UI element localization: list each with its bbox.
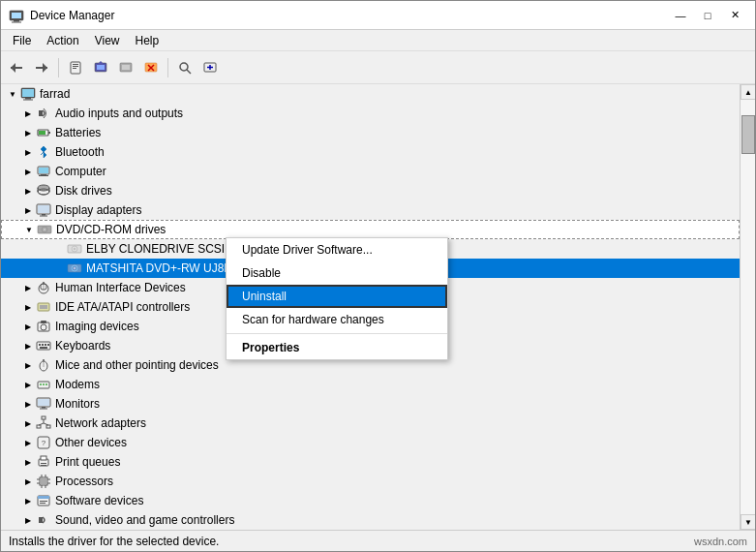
minimize-button[interactable]: — xyxy=(668,6,693,25)
tree-item-display[interactable]: ▶ Display adapters xyxy=(1,200,740,220)
uninstall-button[interactable] xyxy=(139,56,163,79)
processor-icon xyxy=(36,474,51,489)
forward-icon xyxy=(35,61,48,75)
svg-text:?: ? xyxy=(42,439,46,447)
network-icon xyxy=(36,415,51,431)
expand-other[interactable]: ▶ xyxy=(20,435,36,450)
context-menu-properties[interactable]: Properties xyxy=(227,336,447,359)
update-driver-button[interactable] xyxy=(89,56,112,79)
tree-item-other[interactable]: ▶ ? Other devices xyxy=(1,433,740,452)
svg-rect-107 xyxy=(39,517,43,523)
svg-rect-3 xyxy=(12,21,21,22)
expand-computer[interactable]: ▶ xyxy=(20,164,36,179)
svg-rect-91 xyxy=(41,463,46,464)
expand-print[interactable]: ▶ xyxy=(20,454,36,470)
expand-processors[interactable]: ▶ xyxy=(20,474,36,489)
close-button[interactable]: ✕ xyxy=(722,6,747,25)
tree-scrollbar[interactable]: ▲ ▼ xyxy=(740,84,755,530)
properties-button[interactable] xyxy=(64,56,87,79)
menu-action[interactable]: Action xyxy=(39,32,86,49)
tree-item-sound[interactable]: ▶ Sound, video and game controllers xyxy=(1,510,740,530)
svg-rect-29 xyxy=(39,110,43,116)
svg-rect-13 xyxy=(97,65,105,70)
expand-audio[interactable]: ▶ xyxy=(20,106,36,121)
expand-mice[interactable]: ▶ xyxy=(20,357,36,373)
window-title: Device Manager xyxy=(30,9,114,22)
svg-rect-28 xyxy=(23,100,33,101)
expand-keyboards[interactable]: ▶ xyxy=(20,338,36,353)
svg-rect-83 xyxy=(46,425,50,428)
svg-rect-60 xyxy=(40,305,47,309)
svg-point-74 xyxy=(40,383,42,385)
menu-file[interactable]: File xyxy=(5,32,39,49)
title-controls: — □ ✕ xyxy=(668,6,747,25)
expand-disk[interactable]: ▶ xyxy=(20,183,36,199)
scroll-down-arrow[interactable]: ▼ xyxy=(741,514,755,530)
expand-imaging[interactable]: ▶ xyxy=(20,319,36,334)
tree-item-monitors[interactable]: ▶ Monitors xyxy=(1,394,740,414)
root-label: farrad xyxy=(40,87,70,101)
expand-sound[interactable]: ▶ xyxy=(20,512,36,528)
svg-rect-32 xyxy=(39,131,45,135)
expand-root[interactable]: ▼ xyxy=(5,86,20,102)
scroll-thumb[interactable] xyxy=(741,115,755,154)
svg-rect-79 xyxy=(42,407,45,409)
expand-software[interactable]: ▶ xyxy=(20,493,36,508)
forward-button[interactable] xyxy=(30,56,53,79)
context-menu-uninstall[interactable]: Uninstall xyxy=(227,285,447,308)
scroll-up-arrow[interactable]: ▲ xyxy=(741,84,755,100)
tree-item-batteries[interactable]: ▶ Batteries xyxy=(1,123,740,142)
context-menu-disable[interactable]: Disable xyxy=(227,261,447,285)
imaging-icon xyxy=(36,319,51,334)
ide-icon xyxy=(36,299,51,315)
svg-point-51 xyxy=(74,248,76,250)
other-label: Other devices xyxy=(55,436,127,449)
expand-batteries[interactable]: ▶ xyxy=(20,125,36,140)
tree-item-software[interactable]: ▶ Software devices xyxy=(1,491,740,510)
tree-item-print[interactable]: ▶ Print queues xyxy=(1,452,740,472)
tree-item-computer[interactable]: ▶ Computer xyxy=(1,162,740,181)
computer-icon xyxy=(20,86,36,102)
hid-label: Human Interface Devices xyxy=(55,281,186,294)
expand-monitors[interactable]: ▶ xyxy=(20,396,36,412)
tree-item-audio[interactable]: ▶ Audio inputs and outputs xyxy=(1,104,740,123)
svg-rect-82 xyxy=(37,425,41,428)
expand-modems[interactable]: ▶ xyxy=(20,377,36,392)
tree-item-disk[interactable]: ▶ Disk drives xyxy=(1,181,740,200)
status-text: Installs the driver for the selected dev… xyxy=(9,535,219,548)
context-menu-scan[interactable]: Scan for hardware changes xyxy=(227,308,447,331)
svg-rect-45 xyxy=(40,216,47,217)
expand-hid[interactable]: ▶ xyxy=(20,280,36,295)
svg-rect-7 xyxy=(36,67,47,69)
audio-icon xyxy=(36,106,51,121)
expand-ide[interactable]: ▶ xyxy=(20,299,36,315)
tree-item-bluetooth[interactable]: ▶ Bluetooth xyxy=(1,142,740,162)
matshita-label: MATSHITA DVD+-RW UJ8D1 xyxy=(86,261,239,275)
expand-bluetooth[interactable]: ▶ xyxy=(20,144,36,160)
svg-rect-78 xyxy=(38,399,49,406)
tree-item-modems[interactable]: ▶ Modems xyxy=(1,375,740,394)
scan-button[interactable] xyxy=(173,56,197,79)
disable-button[interactable] xyxy=(114,56,137,79)
expand-dvd[interactable]: ▼ xyxy=(21,222,37,237)
tree-root[interactable]: ▼ farrad xyxy=(1,84,740,104)
svg-rect-90 xyxy=(41,456,46,460)
modem-icon xyxy=(36,377,51,392)
tree-item-processors[interactable]: ▶ xyxy=(1,472,740,491)
add-device-button[interactable] xyxy=(198,56,222,79)
maximize-button[interactable]: □ xyxy=(695,6,720,25)
uninstall-icon xyxy=(144,61,158,75)
tree-item-dvd[interactable]: ▼ DVD/CD-ROM drives xyxy=(1,220,740,239)
svg-rect-34 xyxy=(39,168,48,173)
context-menu-update-driver[interactable]: Update Driver Software... xyxy=(227,238,447,261)
tree-item-network[interactable]: ▶ Network adapters xyxy=(1,414,740,433)
menu-help[interactable]: Help xyxy=(128,32,167,49)
svg-point-62 xyxy=(41,324,46,330)
expand-network[interactable]: ▶ xyxy=(20,415,36,431)
menu-view[interactable]: View xyxy=(87,32,128,49)
back-button[interactable] xyxy=(5,56,28,79)
toolbar xyxy=(1,51,755,84)
expand-display[interactable]: ▶ xyxy=(20,202,36,218)
svg-rect-11 xyxy=(73,68,76,69)
svg-rect-27 xyxy=(25,98,31,100)
